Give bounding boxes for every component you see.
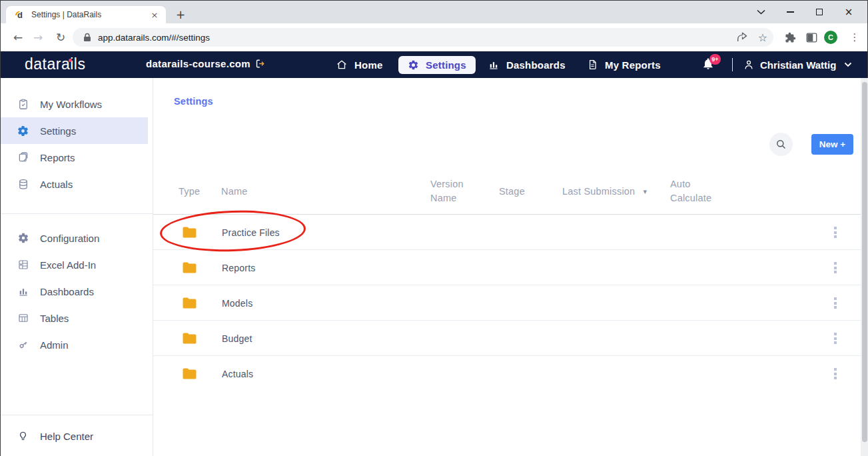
- side-panel-icon[interactable]: [803, 30, 819, 45]
- logo-accent-dot: [69, 59, 72, 62]
- table-row-reports[interactable]: Reports: [153, 250, 861, 285]
- excel-icon: [17, 259, 29, 271]
- datarails-logo[interactable]: datarails: [25, 55, 85, 73]
- table-row-practice-files[interactable]: Practice Files: [153, 215, 861, 250]
- tab-close-icon[interactable]: ×: [149, 9, 161, 21]
- window-minimize-button[interactable]: [775, 1, 805, 23]
- notification-badge: 9+: [709, 54, 721, 65]
- user-name: Christian Wattig: [760, 59, 836, 71]
- database-icon: [17, 178, 29, 191]
- sidebar: My Workflows Settings: [1, 78, 153, 456]
- bookmark-star-icon[interactable]: ☆: [755, 31, 770, 44]
- sidebar-item-label: Actuals: [40, 179, 73, 190]
- extensions-puzzle-icon[interactable]: [782, 30, 798, 45]
- new-tab-button[interactable]: +: [171, 6, 190, 23]
- column-header-last-submission[interactable]: Last Submission ▾: [562, 185, 647, 199]
- forward-icon[interactable]: →: [30, 23, 46, 51]
- column-header-stage: Stage: [499, 185, 525, 199]
- column-header-version-name: Version Name: [430, 177, 478, 205]
- window-menu-chevron-icon[interactable]: [746, 1, 775, 23]
- browser-titlebar: d Settings | DataRails × + ×: [1, 1, 867, 23]
- sidebar-item-label: Excel Add-In: [40, 259, 96, 271]
- nav-item-my-reports[interactable]: My Reports: [587, 51, 661, 78]
- gear-icon: [408, 59, 419, 71]
- row-menu-kebab-icon[interactable]: [831, 297, 839, 309]
- browser-tab[interactable]: d Settings | DataRails ×: [6, 6, 166, 23]
- row-name: Reports: [222, 263, 255, 273]
- search-icon: [775, 139, 787, 150]
- sidebar-item-label: Settings: [40, 125, 76, 137]
- sidebar-item-label: Dashboards: [40, 286, 94, 297]
- sidebar-item-actuals[interactable]: Actuals: [1, 171, 153, 197]
- sidebar-item-admin[interactable]: Admin: [1, 331, 153, 358]
- sidebar-item-label: Configuration: [40, 233, 99, 244]
- row-name: Practice Files: [222, 227, 280, 238]
- column-header-auto-calculate: Auto Calculate: [670, 177, 723, 205]
- datarails-favicon: d: [14, 9, 25, 20]
- gear-outline-icon: [17, 232, 29, 245]
- nav-item-settings-label: Settings: [426, 59, 466, 71]
- nav-item-home[interactable]: Home: [336, 51, 382, 78]
- scrollbar-thumb[interactable]: [862, 82, 867, 442]
- sidebar-item-excel-add-in[interactable]: Excel Add-In: [1, 251, 153, 278]
- row-menu-kebab-icon[interactable]: [831, 262, 839, 273]
- folder-icon: [182, 261, 197, 274]
- sidebar-item-reports[interactable]: Reports: [1, 144, 153, 171]
- external-link-icon: [254, 58, 266, 69]
- column-header-last-submission-label: Last Submission: [562, 185, 635, 199]
- sidebar-item-settings[interactable]: Settings: [1, 117, 148, 144]
- row-menu-kebab-icon[interactable]: [831, 368, 839, 379]
- user-menu[interactable]: Christian Wattig: [743, 51, 852, 78]
- sort-caret-icon: ▾: [643, 185, 647, 199]
- search-button[interactable]: [769, 133, 793, 156]
- share-icon[interactable]: [735, 31, 749, 44]
- window-maximize-button[interactable]: [805, 1, 834, 23]
- sidebar-item-my-workflows[interactable]: My Workflows: [1, 91, 153, 117]
- main-content: Settings New + Type Name Version Name St…: [153, 78, 861, 456]
- bar-chart-icon: [488, 59, 500, 71]
- back-icon[interactable]: ←: [10, 23, 26, 51]
- logo-text: datarails: [25, 55, 85, 73]
- column-header-type: Type: [179, 185, 200, 199]
- sidebar-item-label: Tables: [40, 313, 69, 324]
- sidebar-item-configuration[interactable]: Configuration: [1, 225, 153, 251]
- user-icon: [743, 59, 755, 71]
- table-icon: [17, 312, 29, 325]
- reload-icon[interactable]: ↻: [53, 23, 69, 51]
- table-row-actuals[interactable]: Actuals: [153, 356, 861, 391]
- window-close-button[interactable]: ×: [834, 1, 863, 23]
- row-menu-kebab-icon[interactable]: [831, 333, 839, 344]
- row-menu-kebab-icon[interactable]: [831, 227, 839, 238]
- nav-item-dashboards[interactable]: Dashboards: [488, 51, 566, 78]
- sidebar-item-dashboards[interactable]: Dashboards: [1, 278, 153, 305]
- breadcrumb[interactable]: Settings: [174, 96, 213, 107]
- table-row-models[interactable]: Models: [153, 285, 861, 321]
- sidebar-group-admin: Configuration Excel Add-In: [1, 214, 153, 358]
- address-bar[interactable]: app.datarails.com/#/settings ☆: [73, 28, 773, 47]
- sidebar-item-label: Reports: [40, 152, 75, 163]
- workspace-link[interactable]: datarails-course.com: [146, 58, 266, 69]
- window-controls: ×: [746, 1, 863, 23]
- key-icon: [17, 339, 29, 351]
- tab-title: Settings | DataRails: [31, 10, 149, 19]
- new-button[interactable]: New +: [811, 134, 853, 155]
- browser-profile-avatar[interactable]: C: [824, 31, 837, 44]
- browser-menu-kebab-icon[interactable]: ⋮: [847, 30, 863, 45]
- chevron-down-icon: [844, 62, 852, 67]
- nav-item-settings[interactable]: Settings: [398, 56, 476, 74]
- navbar-divider: [732, 58, 733, 71]
- folder-icon: [182, 226, 197, 239]
- document-icon: [587, 59, 598, 71]
- notifications-button[interactable]: 9+: [701, 57, 719, 74]
- sidebar-footer: Help Center: [1, 415, 153, 456]
- column-header-name: Name: [221, 185, 247, 199]
- nav-item-dashboards-label: Dashboards: [506, 59, 566, 71]
- note-copy-icon: [17, 151, 29, 164]
- url-text: app.datarails.com/#/settings: [98, 33, 210, 43]
- table-row-budget[interactable]: Budget: [153, 321, 861, 356]
- sidebar-item-tables[interactable]: Tables: [1, 305, 153, 331]
- sidebar-item-help-center[interactable]: Help Center: [1, 423, 153, 449]
- app-navbar: datarails datarails-course.com Home Sett…: [1, 51, 867, 78]
- folder-icon: [182, 367, 197, 380]
- browser-toolbar: ← → ↻ app.datarails.com/#/settings ☆: [1, 23, 867, 51]
